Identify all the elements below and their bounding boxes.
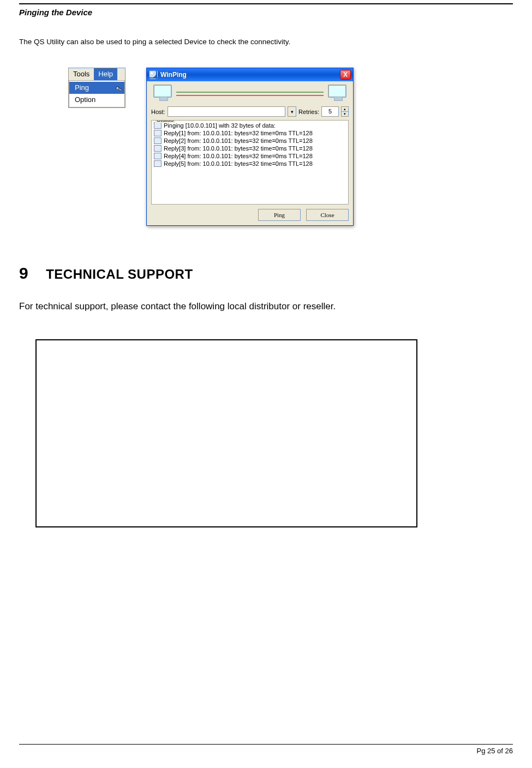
page-subheading: Pinging the Device <box>19 8 513 17</box>
computer-icon <box>151 85 174 104</box>
tools-menu: Tools Help Ping ↖ Option <box>68 68 125 108</box>
distributor-box <box>35 339 417 527</box>
status-line: Reply[1] from: 10.0.0.101: bytes=32 time… <box>164 130 313 136</box>
titlebar: WinPing X <box>147 68 353 81</box>
retries-label: Retries: <box>298 109 319 115</box>
section-title-cap: S <box>128 267 137 281</box>
status-line: Pinging [10.0.0.101] with 32 bytes of da… <box>164 122 276 129</box>
reply-icon <box>154 137 162 144</box>
winping-dialog: WinPing X Host: ▾ Retries: 5 ▴▾ Status P… <box>146 68 354 226</box>
retries-spinner[interactable]: ▴▾ <box>341 106 349 117</box>
reply-icon <box>154 160 162 167</box>
cursor-icon: ↖ <box>114 82 123 94</box>
reply-icon <box>154 145 162 152</box>
menu-tab-help[interactable]: Help <box>94 68 117 80</box>
close-button[interactable]: Close <box>306 209 349 221</box>
status-line: Reply[4] from: 10.0.0.101: bytes=32 time… <box>164 153 313 159</box>
reply-icon <box>154 153 162 159</box>
section-title-rest: ECHNICAL <box>54 267 128 281</box>
menu-item-option[interactable]: Option <box>69 94 124 106</box>
status-group: Status Pinging [10.0.0.101] with 32 byte… <box>151 120 349 205</box>
menu-item-ping[interactable]: Ping ↖ <box>69 82 124 94</box>
dialog-title: WinPing <box>160 71 340 79</box>
retries-input[interactable]: 5 <box>321 106 339 117</box>
status-legend: Status <box>155 120 175 123</box>
menu-tab-tools[interactable]: Tools <box>69 68 94 80</box>
computer-icon <box>326 85 349 104</box>
ping-button[interactable]: Ping <box>258 209 301 221</box>
section-body: For technical support, please contact th… <box>19 301 513 312</box>
status-line: Reply[5] from: 10.0.0.101: bytes=32 time… <box>164 160 313 167</box>
status-line: Reply[2] from: 10.0.0.101: bytes=32 time… <box>164 137 313 144</box>
host-label: Host: <box>151 109 165 115</box>
menu-item-label: Ping <box>75 83 89 92</box>
status-line: Reply[3] from: 10.0.0.101: bytes=32 time… <box>164 145 313 152</box>
transfer-arrows-icon <box>176 89 324 99</box>
section-heading: 9 TECHNICAL SUPPORT <box>19 264 513 283</box>
app-icon <box>149 70 158 79</box>
section-title-rest: UPPORT <box>137 267 193 281</box>
intro-paragraph: The QS Utility can also be used to ping … <box>19 38 513 46</box>
section-number: 9 <box>19 264 28 282</box>
page-footer: Pg 25 of 26 <box>19 744 513 755</box>
reply-icon <box>154 130 162 136</box>
close-button[interactable]: X <box>340 70 351 80</box>
find-icon <box>154 122 162 129</box>
section-title-cap: T <box>46 267 54 281</box>
host-input[interactable] <box>168 106 285 117</box>
host-dropdown-button[interactable]: ▾ <box>288 106 296 117</box>
